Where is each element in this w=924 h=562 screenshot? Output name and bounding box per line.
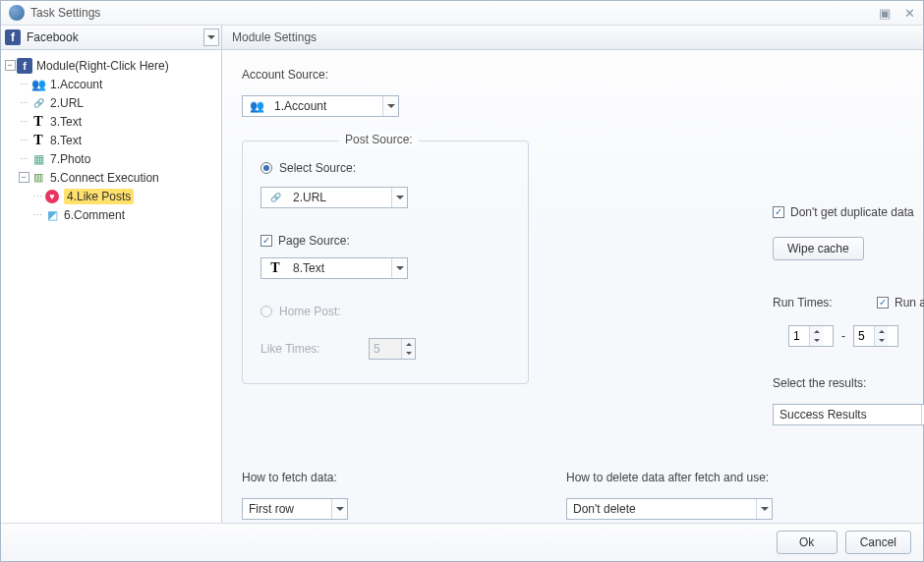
page-source-select[interactable]: T8.Text: [260, 257, 408, 279]
account-icon: 👥: [30, 77, 46, 92]
run-to-input[interactable]: [854, 326, 874, 346]
spin-up-icon: [402, 339, 415, 349]
account-source-label: Account Source:: [242, 68, 899, 82]
tree-root[interactable]: − f Module(Right-Click Here): [3, 56, 219, 75]
tree-label: 3.Text: [50, 115, 82, 129]
tree-label: 5.Connect Execution: [50, 171, 159, 185]
tree-label: 4.Like Posts: [64, 189, 134, 204]
delete-label: How to delete data after fetch and use:: [566, 471, 773, 484]
tree-item-text8[interactable]: ⋯ T 8.Text: [3, 131, 219, 149]
comment-icon: ◩: [44, 207, 60, 223]
chevron-down-icon[interactable]: [382, 96, 398, 116]
fieldset-legend: Post Source:: [339, 133, 419, 146]
chevron-down-icon[interactable]: [756, 499, 772, 519]
like-times-label: Like Times:: [260, 342, 369, 356]
tree-item-like-posts[interactable]: ⋯ ♥ 4.Like Posts: [3, 187, 219, 205]
radio-icon: [260, 306, 272, 317]
panel-title: Module Settings: [222, 26, 923, 49]
like-times-input: [370, 339, 401, 359]
page-source-row[interactable]: Page Source:: [260, 234, 510, 248]
chevron-down-icon[interactable]: [391, 258, 407, 278]
tree-label: Module(Right-Click Here): [36, 59, 169, 73]
home-post-label: Home Post:: [279, 305, 341, 318]
text-icon: T: [30, 114, 46, 130]
link-icon: 🔗: [30, 95, 46, 111]
platform-select[interactable]: f Facebook: [1, 26, 222, 49]
app-icon: [9, 5, 25, 21]
facebook-icon: f: [5, 29, 21, 45]
cancel-button[interactable]: Cancel: [845, 531, 911, 554]
tree-label: 7.Photo: [50, 152, 90, 166]
spin-down-icon: [402, 349, 415, 359]
minimize-icon[interactable]: ▣: [879, 7, 891, 20]
run-all-label[interactable]: Run all source: [895, 296, 924, 309]
text-icon: T: [267, 260, 283, 276]
execution-icon: ▥: [30, 170, 46, 186]
run-from-spinner[interactable]: [788, 325, 834, 347]
module-tree: − f Module(Right-Click Here) ⋯ 👥 1.Accou…: [1, 50, 222, 523]
facebook-icon: f: [17, 58, 32, 74]
page-source-label: Page Source:: [278, 234, 350, 248]
select-source-row[interactable]: Select Source:: [260, 161, 510, 175]
link-icon: 🔗: [267, 190, 283, 205]
like-times-spinner: [369, 338, 416, 360]
checkbox-icon[interactable]: [773, 206, 784, 218]
select-value: Success Results: [780, 408, 867, 422]
chevron-down-icon[interactable]: [331, 499, 347, 519]
results-select[interactable]: Success Results: [773, 404, 924, 425]
select-source-label: Select Source:: [279, 161, 356, 175]
spin-down-icon[interactable]: [875, 336, 888, 346]
select-value: Don't delete: [573, 502, 636, 516]
titlebar: Task Settings ▣ ✕: [1, 1, 923, 26]
spin-up-icon[interactable]: [810, 326, 823, 336]
account-icon: 👥: [249, 98, 264, 114]
platform-value: Facebook: [27, 30, 79, 44]
no-duplicate-label[interactable]: Don't get duplicate data: [790, 205, 924, 219]
collapse-icon[interactable]: −: [19, 172, 29, 183]
dialog-footer: Ok Cancel: [1, 524, 923, 561]
chevron-down-icon[interactable]: [391, 188, 407, 207]
tree-item-url[interactable]: ⋯ 🔗 2.URL: [3, 93, 219, 112]
text-icon: T: [30, 133, 46, 148]
range-dash: -: [841, 329, 845, 343]
spin-down-icon[interactable]: [810, 336, 823, 346]
collapse-icon[interactable]: −: [5, 60, 16, 71]
delete-select[interactable]: Don't delete: [566, 498, 773, 520]
tree-label: 6.Comment: [64, 208, 125, 222]
close-icon[interactable]: ✕: [904, 7, 915, 20]
select-value: First row: [249, 502, 294, 516]
tree-item-comment[interactable]: ⋯ ◩ 6.Comment: [3, 205, 219, 224]
spin-up-icon[interactable]: [875, 326, 888, 336]
tree-item-text3[interactable]: ⋯ T 3.Text: [3, 112, 219, 131]
select-value: 2.URL: [293, 191, 326, 204]
fetch-select[interactable]: First row: [242, 498, 348, 520]
select-results-label: Select the results:: [773, 376, 924, 390]
settings-panel: Account Source: 👥1.Account Post Source: …: [222, 50, 923, 523]
post-source-group: Post Source: Select Source: 🔗2.URL Page …: [242, 140, 529, 384]
chevron-down-icon[interactable]: [203, 28, 219, 46]
tree-item-account[interactable]: ⋯ 👥 1.Account: [3, 75, 219, 93]
ok-button[interactable]: Ok: [777, 531, 837, 554]
select-value: 1.Account: [274, 99, 326, 113]
run-from-input[interactable]: [789, 326, 809, 346]
run-to-spinner[interactable]: [853, 325, 898, 347]
tree-label: 1.Account: [50, 78, 102, 91]
tree-item-exec[interactable]: − ▥ 5.Connect Execution: [3, 168, 219, 187]
run-times-label: Run Times:: [773, 296, 877, 309]
select-value: 8.Text: [293, 261, 324, 275]
home-post-row: Home Post:: [260, 305, 510, 318]
photo-icon: ▦: [30, 151, 46, 167]
select-source-select[interactable]: 🔗2.URL: [260, 187, 408, 208]
tree-label: 2.URL: [50, 96, 84, 110]
fetch-label: How to fetch data:: [242, 471, 348, 484]
account-source-select[interactable]: 👥1.Account: [242, 95, 399, 117]
heart-icon: ♥: [44, 189, 60, 204]
tree-label: 8.Text: [50, 134, 82, 147]
tree-item-photo[interactable]: ⋯ ▦ 7.Photo: [3, 149, 219, 168]
radio-icon[interactable]: [260, 162, 272, 174]
window-title: Task Settings: [30, 6, 879, 20]
checkbox-icon[interactable]: [877, 297, 889, 309]
wipe-cache-button[interactable]: Wipe cache: [773, 237, 864, 260]
checkbox-icon[interactable]: [260, 235, 272, 247]
